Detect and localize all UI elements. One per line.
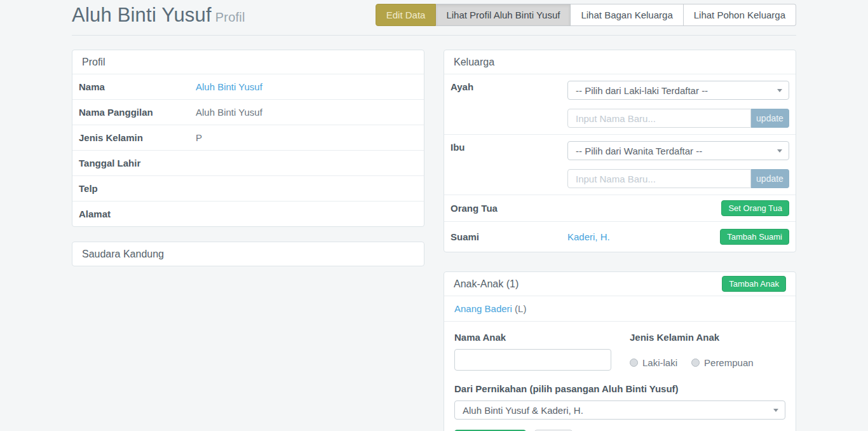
suami-value-link[interactable]: Kaderi, H.	[567, 231, 610, 242]
right-column: Keluarga Ayah -- Pilih dari Laki-laki Te…	[444, 50, 796, 431]
add-child-form: Nama Anak Jenis Kelamin Anak Laki-laki	[444, 321, 796, 431]
table-row: Tanggal Lahir	[72, 150, 424, 175]
profil-card-header: Profil	[72, 50, 424, 74]
table-row: Nama Panggilan Aluh Binti Yusuf	[72, 99, 424, 125]
row-label-suami: Suami	[451, 231, 567, 243]
view-switcher: Edit Data Lihat Profil Aluh Binti Yusuf …	[376, 4, 796, 26]
saudara-kandung-title: Saudara Kandung	[82, 249, 164, 260]
ibu-input-group: update	[567, 169, 789, 188]
ibu-select-wrap: -- Pilih dari Wanita Terdaftar --	[567, 141, 789, 160]
child-name-link[interactable]: Anang Baderi	[454, 303, 512, 314]
row-label-telp: Telp	[79, 182, 196, 195]
nama-anak-input[interactable]	[454, 349, 611, 371]
pernikahan-select-wrap: Aluh Binti Yusuf & Kaderi, H.	[454, 400, 785, 420]
row-label-tanggal-lahir: Tanggal Lahir	[79, 157, 196, 169]
row-label-nama: Nama	[79, 81, 196, 93]
keluarga-card-title: Keluarga	[454, 57, 494, 68]
lihat-bagan-button[interactable]: Lihat Bagan Keluarga	[571, 4, 683, 26]
jenis-kelamin-value: P	[196, 132, 202, 144]
person-name: Aluh Binti Yusuf	[72, 4, 212, 26]
row-label-jenis-kelamin: Jenis Kelamin	[79, 132, 196, 144]
jenis-kelamin-anak-label: Jenis Kelamin Anak	[630, 332, 785, 343]
set-orang-tua-button[interactable]: Set Orang Tua	[721, 200, 789, 216]
ibu-update-button[interactable]: update	[751, 169, 789, 188]
row-label-nama-panggilan: Nama Panggilan	[79, 106, 196, 118]
row-label-orang-tua: Orang Tua	[451, 202, 567, 214]
ayah-input-group: update	[567, 109, 789, 128]
radio-perempuan[interactable]	[691, 359, 700, 367]
ayah-row: Ayah -- Pilih dari Laki-laki Terdaftar -…	[444, 74, 796, 134]
edit-data-button[interactable]: Edit Data	[376, 4, 437, 26]
nama-anak-label: Nama Anak	[454, 332, 630, 343]
radio-laki-laki[interactable]	[630, 359, 638, 367]
radio-perempuan-label: Perempuan	[704, 357, 754, 368]
anak-anak-title: Anak-Anak (1)	[454, 278, 519, 290]
tambah-anak-header-button[interactable]: Tambah Anak	[722, 276, 786, 292]
ayah-select[interactable]: -- Pilih dari Laki-laki Terdaftar --	[567, 81, 789, 100]
lihat-profil-button[interactable]: Lihat Profil Aluh Binti Yusuf	[436, 4, 571, 26]
child-gender-suffix: (L)	[515, 303, 526, 314]
profil-card: Profil Nama Aluh Binti Yusuf Nama Panggi…	[72, 50, 424, 227]
profil-card-title: Profil	[82, 57, 105, 68]
lihat-pohon-button[interactable]: Lihat Pohon Keluarga	[684, 4, 796, 26]
anak-anak-header: Anak-Anak (1) Tambah Anak	[444, 272, 796, 296]
table-row: Alamat	[72, 201, 424, 226]
tambah-suami-button[interactable]: Tambah Suami	[720, 229, 789, 245]
page-header: Aluh Binti YusufProfil Edit Data Lihat P…	[72, 0, 796, 36]
ayah-new-name-input[interactable]	[567, 109, 751, 128]
ibu-select[interactable]: -- Pilih dari Wanita Terdaftar --	[567, 141, 789, 160]
content-columns: Profil Nama Aluh Binti Yusuf Nama Panggi…	[72, 50, 796, 431]
page-title: Aluh Binti YusufProfil	[72, 4, 245, 27]
saudara-kandung-card: Saudara Kandung	[72, 242, 424, 266]
child-list-item: Anang Baderi (L)	[444, 296, 796, 321]
suami-row: Suami Kaderi, H. Tambah Suami	[444, 221, 796, 252]
gender-radio-group: Laki-laki Perempuan	[630, 349, 785, 368]
row-label-ayah: Ayah	[451, 81, 567, 128]
page-subtitle: Profil	[215, 10, 245, 24]
nama-value-link[interactable]: Aluh Binti Yusuf	[196, 81, 262, 92]
page-container: Aluh Binti YusufProfil Edit Data Lihat P…	[72, 0, 796, 431]
nama-panggilan-value: Aluh Binti Yusuf	[196, 106, 262, 118]
ayah-update-button[interactable]: update	[751, 109, 789, 128]
left-column: Profil Nama Aluh Binti Yusuf Nama Panggi…	[72, 50, 424, 281]
saudara-kandung-header: Saudara Kandung	[72, 242, 424, 266]
ibu-row: Ibu -- Pilih dari Wanita Terdaftar -- up…	[444, 134, 796, 195]
table-row: Jenis Kelamin P	[72, 125, 424, 150]
ibu-new-name-input[interactable]	[567, 169, 751, 188]
keluarga-card: Keluarga Ayah -- Pilih dari Laki-laki Te…	[444, 50, 796, 252]
dari-pernikahan-label: Dari Pernikahan (pilih pasangan Aluh Bin…	[454, 383, 785, 395]
ayah-select-wrap: -- Pilih dari Laki-laki Terdaftar --	[567, 81, 789, 100]
anak-anak-card: Anak-Anak (1) Tambah Anak Anang Baderi (…	[444, 271, 796, 431]
pernikahan-select[interactable]: Aluh Binti Yusuf & Kaderi, H.	[454, 400, 785, 420]
orang-tua-row: Orang Tua Set Orang Tua	[444, 195, 796, 221]
table-row: Nama Aluh Binti Yusuf	[72, 74, 424, 99]
radio-laki-laki-label: Laki-laki	[642, 357, 677, 368]
row-label-ibu: Ibu	[451, 141, 567, 188]
keluarga-card-header: Keluarga	[444, 50, 796, 74]
table-row: Telp	[72, 175, 424, 201]
row-label-alamat: Alamat	[79, 208, 196, 220]
